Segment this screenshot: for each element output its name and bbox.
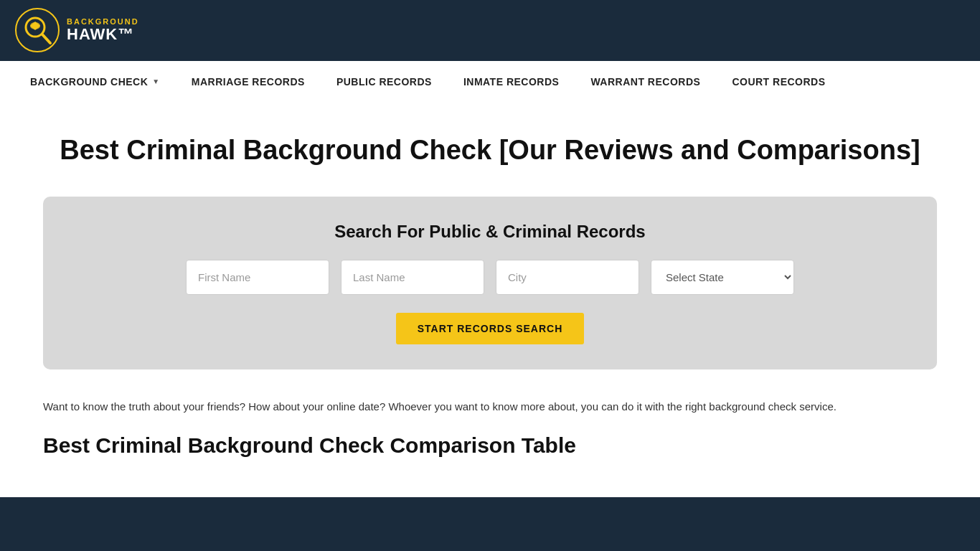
nav-marriage-records[interactable]: MARRIAGE RECORDS [176, 61, 321, 104]
dropdown-arrow-icon: ▼ [152, 77, 159, 85]
main-content: Best Criminal Background Check [Our Revi… [0, 104, 980, 497]
search-box-title: Search For Public & Criminal Records [72, 222, 908, 242]
main-navigation: BACKGROUND CHECK ▼ MARRIAGE RECORDS PUBL… [0, 61, 980, 104]
site-header: BACKGROUND HAWK™ [0, 0, 980, 61]
intro-text: Want to know the truth about your friend… [43, 398, 937, 415]
nav-public-records[interactable]: PUBLIC RECORDS [321, 61, 448, 104]
logo[interactable]: BACKGROUND HAWK™ [14, 7, 139, 54]
search-btn-container: START RECORDS SEARCH [72, 313, 908, 344]
nav-inmate-records[interactable]: INMATE RECORDS [448, 61, 575, 104]
search-button[interactable]: START RECORDS SEARCH [396, 313, 585, 344]
comparison-table-title: Best Criminal Background Check Compariso… [43, 433, 937, 458]
search-box: Search For Public & Criminal Records Sel… [43, 197, 937, 369]
first-name-input[interactable] [186, 260, 329, 295]
city-input[interactable] [496, 260, 639, 295]
last-name-input[interactable] [341, 260, 484, 295]
page-title: Best Criminal Background Check [Our Revi… [43, 133, 937, 168]
logo-line2: HAWK™ [67, 26, 139, 43]
nav-court-records[interactable]: COURT RECORDS [716, 61, 841, 104]
logo-text: BACKGROUND HAWK™ [67, 17, 139, 43]
search-fields: Select StateAlabamaAlaskaArizonaArkansas… [72, 260, 908, 295]
svg-point-0 [16, 9, 59, 52]
state-select[interactable]: Select StateAlabamaAlaskaArizonaArkansas… [651, 260, 794, 295]
nav-warrant-records[interactable]: WARRANT RECORDS [575, 61, 716, 104]
logo-icon [14, 7, 61, 54]
nav-background-check[interactable]: BACKGROUND CHECK ▼ [14, 61, 176, 104]
